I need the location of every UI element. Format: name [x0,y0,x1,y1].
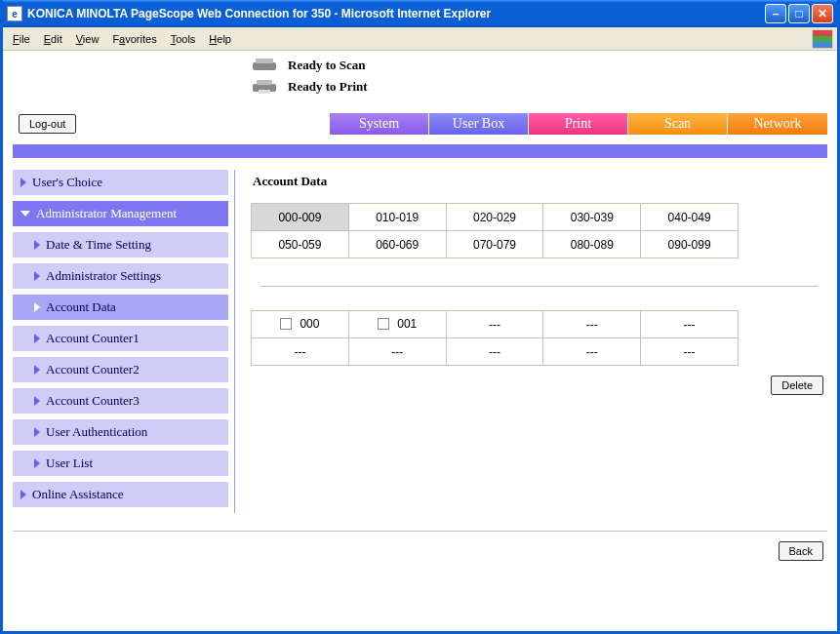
chevron-right-icon [34,334,40,343]
window-titlebar: e KONICA MINOLTA PageScope Web Connectio… [3,0,837,27]
divider [260,286,818,287]
svg-rect-2 [813,42,832,48]
chevron-right-icon [34,271,40,281]
sidebar-item-online-assistance[interactable]: Online Assistance [13,482,228,507]
sidebar-item-user-list[interactable]: User List [13,451,228,476]
chevron-right-icon [20,178,26,187]
scanner-icon [251,57,278,74]
tab-scan[interactable]: Scan [628,113,728,135]
sidebar-item-label: User Authentication [46,424,147,440]
account-cell: --- [446,338,543,366]
account-cell: --- [543,338,641,366]
menu-view[interactable]: View [76,33,100,45]
svg-rect-9 [259,90,270,94]
sidebar: User's Choice Administrator Management D… [13,170,235,513]
chevron-down-icon [20,211,30,217]
sidebar-item-label: User's Choice [32,175,102,190]
sidebar-item-label: User List [46,456,93,471]
sidebar-item-label: Account Counter2 [46,362,140,377]
svg-point-10 [271,87,273,89]
sidebar-item-label: Account Counter3 [46,393,140,409]
sidebar-item-label: Administrator Management [36,206,177,221]
menu-file[interactable]: File [13,33,30,45]
sidebar-item-user-authentication[interactable]: User Authentication [13,419,228,445]
account-cell: --- [641,338,739,366]
range-cell[interactable]: 000-009 [252,204,349,231]
sidebar-item-users-choice[interactable]: User's Choice [13,170,228,195]
menu-bar: File Edit View Favorites Tools Help [3,27,837,51]
chevron-right-icon [34,458,40,468]
svg-rect-1 [813,36,832,42]
sidebar-item-account-counter2[interactable]: Account Counter2 [13,357,228,382]
sidebar-item-account-data[interactable]: Account Data [13,295,228,320]
tab-print[interactable]: Print [529,113,628,135]
menu-tools[interactable]: Tools [171,33,196,45]
range-cell[interactable]: 020-029 [446,204,543,231]
menu-edit[interactable]: Edit [44,33,62,45]
chevron-right-icon [34,365,40,375]
account-cell: --- [446,311,543,338]
account-cell: --- [348,338,446,366]
status-print: Ready to Print [288,79,368,95]
sidebar-item-label: Account Data [46,299,116,315]
range-cell[interactable]: 050-059 [252,231,349,258]
account-cell: --- [252,338,349,366]
bottom-divider [13,531,827,532]
back-button[interactable]: Back [779,541,823,561]
sidebar-item-date-time[interactable]: Date & Time Setting [13,232,228,258]
separator-bar [13,144,827,158]
svg-rect-8 [257,80,272,85]
chevron-right-icon [34,302,40,312]
svg-point-6 [271,65,273,67]
sidebar-item-label: Administrator Settings [46,268,161,284]
range-cell[interactable]: 040-049 [641,204,739,231]
range-cell[interactable]: 060-069 [348,231,446,258]
svg-rect-5 [256,59,273,63]
menu-help[interactable]: Help [209,33,231,45]
range-table: 000-009 010-019 020-029 030-039 040-049 … [251,203,739,258]
delete-button[interactable]: Delete [771,376,823,395]
sidebar-item-label: Date & Time Setting [46,237,151,253]
chevron-right-icon [34,396,40,406]
window-close-button[interactable]: ✕ [812,4,833,23]
tab-network[interactable]: Network [728,113,827,135]
range-cell[interactable]: 070-079 [446,231,543,258]
window-title: KONICA MINOLTA PageScope Web Connection … [27,7,765,20]
account-checkbox[interactable] [280,318,292,330]
accounts-table: 000 001 --- --- --- [251,310,739,366]
printer-icon [251,78,278,96]
range-cell[interactable]: 010-019 [348,204,446,231]
sidebar-item-label: Account Counter1 [46,331,140,346]
sidebar-item-account-counter1[interactable]: Account Counter1 [13,326,228,351]
chevron-right-icon [20,490,26,499]
sidebar-item-admin-management[interactable]: Administrator Management [13,201,228,226]
range-cell[interactable]: 030-039 [543,204,641,231]
ie-logo-icon [812,29,833,49]
account-checkbox[interactable] [378,318,389,330]
window-maximize-button[interactable]: □ [788,4,810,23]
chevron-right-icon [34,240,40,250]
menu-favorites[interactable]: Favorites [112,33,156,45]
chevron-right-icon [34,427,40,437]
account-label: 001 [397,317,417,331]
logout-button[interactable]: Log-out [19,114,76,134]
page-title: Account Data [253,174,827,189]
account-cell[interactable]: 000 [252,311,349,338]
window-minimize-button[interactable]: – [765,4,786,23]
sidebar-item-account-counter3[interactable]: Account Counter3 [13,388,228,414]
range-cell[interactable]: 080-089 [543,231,641,258]
account-cell[interactable]: 001 [348,311,446,338]
tab-user-box[interactable]: User Box [429,113,529,135]
ie-appicon: e [7,6,22,21]
range-cell[interactable]: 090-099 [641,231,739,258]
sidebar-item-admin-settings[interactable]: Administrator Settings [13,263,228,289]
status-scan: Ready to Scan [288,58,365,73]
sidebar-item-label: Online Assistance [32,487,124,502]
tab-system[interactable]: System [330,113,429,135]
account-label: 000 [300,317,319,331]
svg-rect-0 [813,30,832,36]
account-cell: --- [543,311,641,338]
account-cell: --- [641,311,739,338]
